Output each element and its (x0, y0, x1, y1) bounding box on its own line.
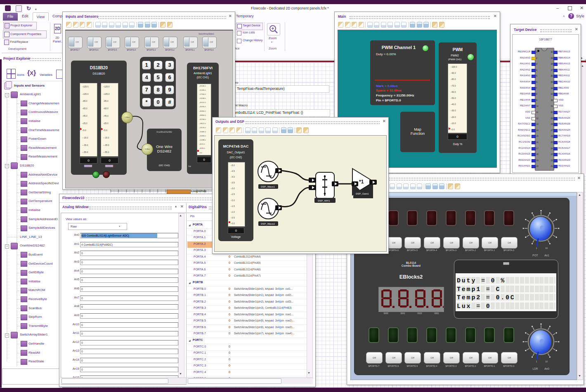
svg-text:*1: *1 (359, 179, 364, 185)
svg-text:DSP_Gain1: DSP_Gain1 (356, 192, 369, 195)
svg-text:DSP_Wave1: DSP_Wave1 (261, 185, 275, 188)
svg-text:DSP_Wave2: DSP_Wave2 (261, 223, 275, 225)
svg-text:DSP_MIX1: DSP_MIX1 (318, 200, 330, 202)
